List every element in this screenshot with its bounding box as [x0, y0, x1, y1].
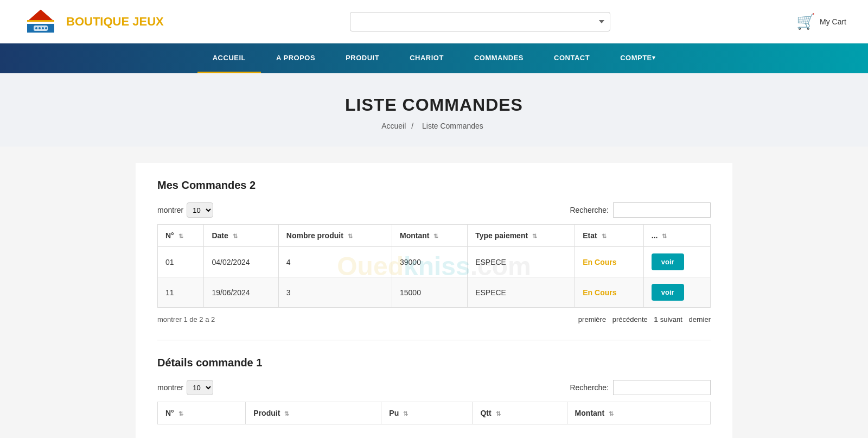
breadcrumb: Accueil / Liste Commandes — [11, 122, 857, 130]
breadcrumb-current: Liste Commandes — [422, 122, 483, 130]
section-divider — [157, 340, 711, 340]
table-row: 01 04/02/2024 4 39000 ESPECE En Cours vo… — [158, 247, 711, 277]
commandes-table-footer: montrer 1 de 2 a 2 première précédente 1… — [157, 315, 711, 323]
sort-icon-detail-produit: ⇅ — [284, 410, 289, 417]
search-control: Recherche: — [570, 202, 711, 218]
breadcrumb-separator: / — [411, 122, 413, 130]
sort-icon-detail-qtt: ⇅ — [496, 410, 501, 417]
col-nb-produit: Nombre produit ⇅ — [278, 225, 392, 247]
commandes-table-body: 01 04/02/2024 4 39000 ESPECE En Cours vo… — [158, 247, 711, 308]
sort-icon-etat: ⇅ — [602, 233, 607, 239]
details-commande-title: Détails commande 1 — [157, 357, 711, 369]
search-input-commandes[interactable] — [613, 202, 711, 218]
nav-item-produit[interactable]: PRODUIT — [330, 43, 394, 73]
sort-icon-nbproduit: ⇅ — [348, 233, 353, 239]
nav-item-apropos[interactable]: A PROPOS — [261, 43, 330, 73]
row2-action: voir — [643, 277, 710, 308]
nav-item-commandes[interactable]: COMMANDES — [459, 43, 539, 73]
svg-point-6 — [42, 27, 44, 29]
header-search-area — [164, 12, 796, 31]
details-commande-controls: montrer 10 25 50 Recherche: — [157, 380, 711, 395]
col-type-paiement: Type paiement ⇅ — [468, 225, 575, 247]
navigation-bar: ACCUEIL A PROPOS PRODUIT CHARIOT COMMAND… — [0, 43, 868, 73]
status-encours-1: En Cours — [583, 258, 616, 266]
svg-point-4 — [35, 27, 37, 29]
row2-date: 19/06/2024 — [204, 277, 278, 308]
commandes-table-head: N° ⇅ Date ⇅ Nombre produit ⇅ Montant — [158, 225, 711, 247]
commandes-table: N° ⇅ Date ⇅ Nombre produit ⇅ Montant — [157, 224, 711, 308]
nav-item-compte[interactable]: COMPTE — [605, 43, 671, 73]
pagination-last[interactable]: dernier — [689, 315, 711, 323]
sort-icon-detail-pu: ⇅ — [403, 410, 408, 417]
nav-item-contact[interactable]: CONTACT — [539, 43, 605, 73]
commandes-header-row: N° ⇅ Date ⇅ Nombre produit ⇅ Montant — [158, 225, 711, 247]
nav-item-accueil[interactable]: ACCUEIL — [197, 43, 261, 73]
pagination-prev[interactable]: précédente — [612, 315, 648, 323]
pagination-current: 1 — [654, 315, 658, 323]
details-table-head: N° ⇅ Produit ⇅ Pu ⇅ Qtt ⇅ — [158, 402, 711, 424]
search-select[interactable] — [350, 12, 610, 31]
mes-commandes-section: Mes Commandes 2 montrer 10 25 50 Recherc… — [157, 179, 711, 323]
detail-col-montant: Montant ⇅ — [567, 402, 710, 424]
sort-icon-actions: ⇅ — [662, 233, 667, 239]
row2-montant: 15000 — [392, 277, 468, 308]
search-label-text: Recherche: — [570, 206, 609, 214]
breadcrumb-home[interactable]: Accueil — [381, 122, 406, 130]
pagination-next[interactable]: suivant — [660, 315, 682, 323]
logo-image — [22, 7, 60, 36]
row1-n: 01 — [158, 247, 204, 277]
row1-date: 04/02/2024 — [204, 247, 278, 277]
logo-area: BOUTIQUE JEUX — [22, 7, 164, 36]
svg-rect-8 — [27, 20, 54, 22]
col-n: N° ⇅ — [158, 225, 204, 247]
details-search-label: Recherche: — [570, 383, 609, 392]
sort-icon-detail-montant: ⇅ — [609, 410, 614, 417]
svg-point-7 — [45, 27, 47, 29]
sort-icon-type: ⇅ — [532, 233, 537, 239]
show-select-details[interactable]: 10 25 50 — [187, 380, 213, 395]
table-row: 11 19/06/2024 3 15000 ESPECE En Cours vo… — [158, 277, 711, 308]
footer-show-text: montrer 1 de 2 a 2 — [157, 315, 215, 323]
details-search-control: Recherche: — [570, 380, 711, 395]
header: BOUTIQUE JEUX 🛒 My Cart — [0, 0, 868, 43]
col-actions: ... ⇅ — [643, 225, 710, 247]
row2-type: ESPECE — [468, 277, 575, 308]
pagination: première précédente 1 suivant dernier — [578, 315, 711, 323]
col-montant: Montant ⇅ — [392, 225, 468, 247]
svg-marker-0 — [27, 10, 54, 22]
row2-nbproduit: 3 — [278, 277, 392, 308]
voir-button-2[interactable]: voir — [652, 284, 684, 301]
page-title-section: LISTE COMMANDES Accueil / Liste Commande… — [0, 73, 868, 147]
details-header-row: N° ⇅ Produit ⇅ Pu ⇅ Qtt ⇅ — [158, 402, 711, 424]
show-label-text: montrer — [157, 206, 183, 214]
row1-montant: 39000 — [392, 247, 468, 277]
sort-icon-n: ⇅ — [178, 233, 183, 239]
nav-item-chariot[interactable]: CHARIOT — [394, 43, 459, 73]
details-show-label: montrer — [157, 383, 183, 392]
pagination-first[interactable]: première — [578, 315, 606, 323]
detail-col-produit: Produit ⇅ — [246, 402, 381, 424]
row1-type: ESPECE — [468, 247, 575, 277]
detail-col-n: N° ⇅ — [158, 402, 246, 424]
row2-n: 11 — [158, 277, 204, 308]
cart-label: My Cart — [820, 17, 846, 26]
mes-commandes-title: Mes Commandes 2 — [157, 179, 711, 192]
page-title: LISTE COMMANDES — [11, 95, 857, 115]
details-show-control: montrer 10 25 50 — [157, 380, 213, 395]
voir-button-1[interactable]: voir — [652, 253, 684, 270]
main-content: Mes Commandes 2 montrer 10 25 50 Recherc… — [136, 163, 732, 438]
detail-col-pu: Pu ⇅ — [381, 402, 473, 424]
brand-name: BOUTIQUE JEUX — [66, 15, 164, 29]
status-encours-2: En Cours — [583, 288, 616, 297]
svg-point-5 — [39, 27, 41, 29]
cart-button[interactable]: 🛒 My Cart — [796, 12, 846, 30]
show-select-commandes[interactable]: 10 25 50 — [187, 202, 213, 218]
details-commande-section: Détails commande 1 montrer 10 25 50 Rech… — [157, 357, 711, 424]
row1-etat: En Cours — [575, 247, 644, 277]
mes-commandes-controls: montrer 10 25 50 Recherche: — [157, 202, 711, 218]
search-input-details[interactable] — [613, 380, 711, 395]
row1-action: voir — [643, 247, 710, 277]
show-control: montrer 10 25 50 — [157, 202, 213, 218]
row1-nbproduit: 4 — [278, 247, 392, 277]
table-container: Ouedkniss.com N° ⇅ Date ⇅ Nombr — [157, 224, 711, 308]
